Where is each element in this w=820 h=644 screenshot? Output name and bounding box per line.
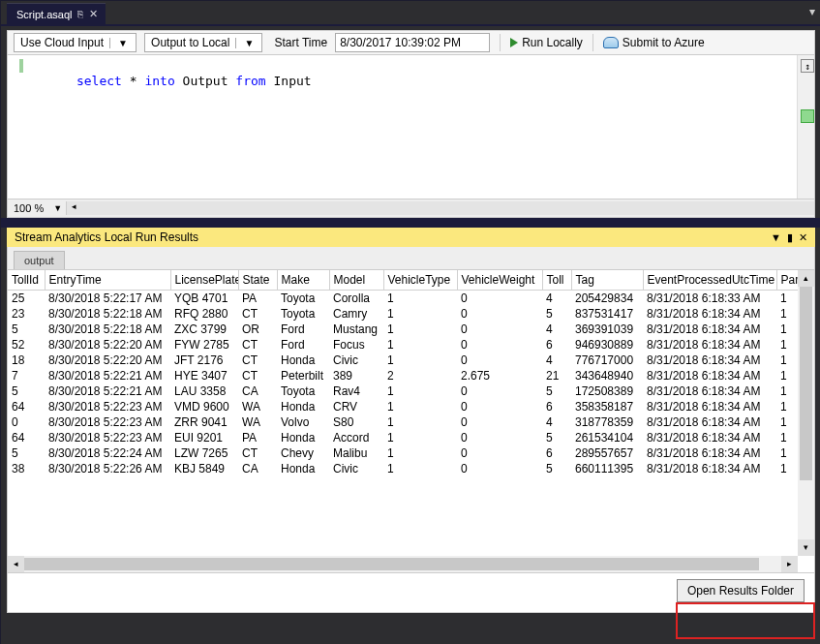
scroll-thumb[interactable] — [800, 287, 812, 480]
table-row[interactable]: 238/30/2018 5:22:18 AMRFQ 2880CTToyotaCa… — [8, 306, 798, 322]
table-row[interactable]: 258/30/2018 5:22:17 AMYQB 4701PAToyotaCo… — [8, 291, 798, 307]
start-time-input[interactable] — [335, 33, 490, 52]
cell: 5 — [542, 461, 571, 476]
cell: 8/31/2018 6:18:34 AM — [643, 322, 776, 337]
tab-output[interactable]: output — [14, 251, 65, 269]
cell: 261534104 — [571, 430, 643, 445]
scroll-thumb[interactable] — [24, 558, 759, 570]
cell: 1 — [383, 399, 457, 414]
table-row[interactable]: 58/30/2018 5:22:24 AMLZW 7265CTChevyMali… — [8, 445, 798, 461]
panel-menu-icon[interactable]: ▼ — [771, 231, 781, 243]
close-tab-icon[interactable]: ✕ — [89, 8, 98, 20]
split-handle-icon[interactable]: ↕ — [801, 59, 814, 73]
cell: 0 — [457, 337, 542, 353]
column-header[interactable]: EventProcessedUtcTime — [643, 270, 776, 291]
table-row[interactable]: 188/30/2018 5:22:20 AMJFT 2176CTHondaCiv… — [8, 353, 798, 368]
cell: OR — [238, 322, 277, 337]
cell: 5 — [8, 383, 45, 399]
column-header[interactable]: Model — [329, 270, 383, 291]
table-row[interactable]: 648/30/2018 5:22:23 AMEUI 9201PAHondaAcc… — [8, 430, 798, 445]
table-row[interactable]: 388/30/2018 5:22:26 AMKBJ 5849CAHondaCiv… — [8, 461, 798, 476]
scroll-left-icon[interactable]: ◂ — [67, 201, 80, 215]
table-row[interactable]: 78/30/2018 5:22:21 AMHYE 3407CTPeterbilt… — [8, 368, 798, 383]
cell: S80 — [329, 414, 383, 430]
cell: EUI 9201 — [170, 430, 238, 445]
cell: Toyota — [277, 291, 329, 307]
close-panel-icon[interactable]: ✕ — [799, 231, 807, 244]
cell: 8/31/2018 6:18:34 AM — [643, 399, 776, 414]
cell: ZRR 9041 — [170, 414, 238, 430]
scroll-up-icon[interactable]: ▴ — [798, 270, 814, 287]
cell: Ford — [277, 322, 329, 337]
cell: 1 — [776, 306, 798, 322]
column-header[interactable]: Toll — [542, 270, 571, 291]
input-mode-dropdown[interactable]: Use Cloud Input ▼ — [14, 33, 137, 52]
column-header[interactable]: Tag — [571, 270, 643, 291]
column-header[interactable]: VehicleType — [383, 270, 457, 291]
scroll-down-icon[interactable]: ▾ — [798, 539, 814, 556]
pin-icon[interactable]: ⎘ — [77, 9, 83, 19]
cell: 776717000 — [571, 353, 643, 368]
document-tab[interactable]: Script.asaql ⎘ ✕ — [7, 3, 106, 24]
column-header[interactable]: TollId — [8, 270, 45, 291]
cell: 7 — [8, 368, 45, 383]
chevron-down-icon[interactable]: ▼ — [235, 38, 261, 48]
cell: 660111395 — [571, 461, 643, 476]
column-header[interactable]: EntryTime — [45, 270, 170, 291]
cell: 0 — [457, 306, 542, 322]
cell: VMD 9600 — [170, 399, 238, 414]
table-row[interactable]: 08/30/2018 5:22:23 AMZRR 9041WAVolvoS801… — [8, 414, 798, 430]
cell: 18 — [8, 353, 45, 368]
chevron-down-icon[interactable]: ▼ — [49, 203, 66, 213]
column-header[interactable]: Partition — [776, 270, 798, 291]
panel-dropdown-icon[interactable]: ▾ — [809, 5, 815, 18]
open-results-folder-button[interactable]: Open Results Folder — [677, 579, 805, 602]
play-icon — [510, 38, 518, 47]
cell: CT — [238, 337, 277, 353]
cell: WA — [238, 414, 277, 430]
table-row[interactable]: 58/30/2018 5:22:18 AMZXC 3799ORFordMusta… — [8, 322, 798, 337]
cell: 1 — [776, 368, 798, 383]
cell: 8/30/2018 5:22:23 AM — [45, 430, 170, 445]
scroll-left-icon[interactable]: ◂ — [8, 556, 24, 572]
table-row[interactable]: 58/30/2018 5:22:21 AMLAU 3358CAToyotaRav… — [8, 383, 798, 399]
horizontal-scroll-track[interactable]: ◂ — [66, 201, 814, 215]
output-mode-dropdown[interactable]: Output to Local ▼ — [144, 33, 262, 52]
horizontal-scrollbar[interactable]: ◂ ▸ — [8, 556, 798, 572]
column-header[interactable]: Make — [277, 270, 329, 291]
column-header[interactable]: State — [238, 270, 277, 291]
cell: 1 — [776, 353, 798, 368]
cell: Ford — [277, 337, 329, 353]
pin-icon[interactable]: ▮ — [787, 231, 793, 244]
cell: 8/30/2018 5:22:18 AM — [45, 322, 170, 337]
column-header[interactable]: VehicleWeight — [457, 270, 542, 291]
cell: 64 — [8, 399, 45, 414]
cell: LZW 7265 — [170, 445, 238, 461]
submit-azure-button[interactable]: Submit to Azure — [603, 36, 705, 49]
cell: Honda — [277, 430, 329, 445]
collapse-icon[interactable] — [801, 109, 814, 123]
sql-editor[interactable]: select * into Output from Input ↕ — [7, 55, 815, 199]
chevron-down-icon[interactable]: ▼ — [109, 38, 136, 48]
table-row[interactable]: 528/30/2018 5:22:20 AMFYW 2785CTFordFocu… — [8, 337, 798, 353]
editor-scrollbar[interactable] — [797, 55, 814, 199]
run-locally-label: Run Locally — [522, 36, 583, 49]
cell: 8/31/2018 6:18:33 AM — [643, 291, 776, 307]
cell: 205429834 — [571, 291, 643, 307]
cell: 8/31/2018 6:18:34 AM — [643, 430, 776, 445]
column-header[interactable]: LicensePlate — [170, 270, 238, 291]
cell: 1 — [776, 383, 798, 399]
zoom-value[interactable]: 100 % — [8, 202, 49, 214]
cell: 4 — [542, 322, 571, 337]
vertical-scrollbar[interactable]: ▴ ▾ — [798, 270, 814, 556]
cell: LAU 3358 — [170, 383, 238, 399]
cell: 318778359 — [571, 414, 643, 430]
scroll-right-icon[interactable]: ▸ — [781, 556, 798, 572]
cell: Chevy — [277, 445, 329, 461]
table-row[interactable]: 648/30/2018 5:22:23 AMVMD 9600WAHondaCRV… — [8, 399, 798, 414]
cell: 1 — [383, 445, 457, 461]
cell: Mustang — [329, 322, 383, 337]
run-locally-button[interactable]: Run Locally — [510, 36, 583, 49]
cell: WA — [238, 399, 277, 414]
cell: 4 — [542, 291, 571, 307]
